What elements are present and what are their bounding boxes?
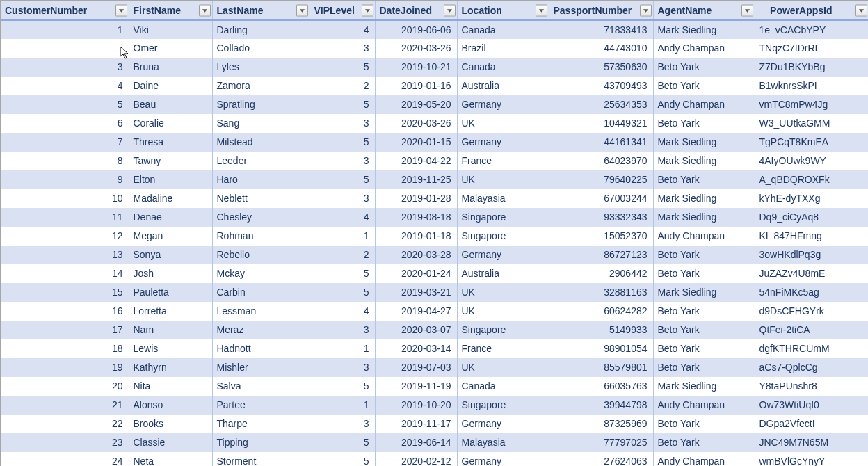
cell[interactable]: Beto Yark <box>653 114 755 133</box>
cell[interactable]: 2019-10-21 <box>375 58 457 77</box>
cell[interactable]: Haro <box>212 170 310 189</box>
cell[interactable]: Darling <box>212 20 310 39</box>
filter-dropdown-icon[interactable] <box>640 4 652 16</box>
cell[interactable]: 2019-05-20 <box>375 95 457 114</box>
cell[interactable]: Singapore <box>457 227 549 246</box>
column-header[interactable]: __PowerAppsId__ <box>755 1 868 20</box>
cell[interactable]: Rohman <box>212 227 310 246</box>
cell[interactable]: Coralie <box>129 114 212 133</box>
table-row[interactable]: OmerCollado32020-03-26Brazil44743010Andy… <box>1 39 868 58</box>
cell[interactable]: Beto Yark <box>653 58 755 77</box>
table-row[interactable]: 18LewisHadnott12020-03-14France98901054B… <box>1 339 868 358</box>
cell[interactable]: Singapore <box>457 208 549 227</box>
cell[interactable]: Sonya <box>129 246 212 264</box>
column-header[interactable]: VIPLevel <box>310 1 375 20</box>
cell[interactable]: Mark Siedling <box>653 133 755 152</box>
cell[interactable]: Mark Siedling <box>653 283 755 302</box>
table-row[interactable]: 23ClassieTipping52019-06-14Malayasia7779… <box>1 433 868 452</box>
table-row[interactable]: 1VikiDarling42019-06-06Canada71833413Mar… <box>1 20 868 39</box>
cell[interactable]: Andy Champan <box>653 95 755 114</box>
cell[interactable]: Andy Champan <box>653 39 755 58</box>
cell[interactable] <box>1 39 129 58</box>
cell[interactable]: 4 <box>1 77 129 95</box>
cell[interactable]: UK <box>457 358 549 377</box>
cell[interactable]: Brooks <box>129 415 212 433</box>
cell[interactable]: 2019-06-14 <box>375 433 457 452</box>
cell[interactable]: Collado <box>212 39 310 58</box>
cell[interactable]: Beto Yark <box>653 246 755 264</box>
cell[interactable]: 2 <box>310 246 375 264</box>
table-row[interactable]: 14JoshMckay52020-01-24Australia2906442Be… <box>1 264 868 283</box>
filter-dropdown-icon[interactable] <box>115 4 127 16</box>
cell[interactable]: 71833413 <box>549 20 653 39</box>
cell[interactable]: 3 <box>310 114 375 133</box>
cell[interactable]: 2020-03-14 <box>375 339 457 358</box>
cell[interactable]: vmTC8mPw4Jg <box>755 95 868 114</box>
cell[interactable]: Mishler <box>212 358 310 377</box>
cell[interactable]: Thresa <box>129 133 212 152</box>
cell[interactable]: Mark Siedling <box>653 377 755 396</box>
cell[interactable]: Josh <box>129 264 212 283</box>
cell[interactable]: Mark Siedling <box>653 189 755 208</box>
cell[interactable]: 2020-02-12 <box>375 452 457 467</box>
cell[interactable]: 2019-11-25 <box>375 170 457 189</box>
cell[interactable]: 2019-04-22 <box>375 152 457 170</box>
cell[interactable]: Andy Champan <box>653 227 755 246</box>
cell[interactable]: 10449321 <box>549 114 653 133</box>
cell[interactable]: 17 <box>1 321 129 339</box>
cell[interactable]: Andy Champan <box>653 396 755 415</box>
cell[interactable]: Neblett <box>212 189 310 208</box>
cell[interactable]: 93332343 <box>549 208 653 227</box>
cell[interactable]: Madaline <box>129 189 212 208</box>
cell[interactable]: 77797025 <box>549 433 653 452</box>
table-row[interactable]: 7ThresaMilstead52020-01-15Germany4416134… <box>1 133 868 152</box>
cell[interactable]: Megan <box>129 227 212 246</box>
cell[interactable]: Beau <box>129 95 212 114</box>
column-header[interactable]: FirstName <box>129 1 212 20</box>
cell[interactable]: 3 <box>310 358 375 377</box>
table-row[interactable]: 5BeauSpratling52019-05-20Germany25634353… <box>1 95 868 114</box>
table-row[interactable]: 3BrunaLyles52019-10-21Canada57350630Beto… <box>1 58 868 77</box>
cell[interactable]: 2020-03-28 <box>375 246 457 264</box>
cell[interactable]: Daine <box>129 77 212 95</box>
column-header[interactable]: LastName <box>212 1 310 20</box>
cell[interactable]: Partee <box>212 396 310 415</box>
cell[interactable]: 4 <box>310 208 375 227</box>
cell[interactable]: dgfKTHRCUmM <box>755 339 868 358</box>
cell[interactable]: 60624282 <box>549 302 653 321</box>
cell[interactable]: Beto Yark <box>653 339 755 358</box>
cell[interactable]: Andy Champan <box>653 452 755 467</box>
cell[interactable]: Viki <box>129 20 212 39</box>
cell[interactable]: Leeder <box>212 152 310 170</box>
table-row[interactable]: 11DenaeChesley42019-08-18Singapore933323… <box>1 208 868 227</box>
cell[interactable]: TgPCqT8KmEA <box>755 133 868 152</box>
cell[interactable]: W3_UUtkaGMM <box>755 114 868 133</box>
cell[interactable]: 1 <box>310 339 375 358</box>
cell[interactable]: Canada <box>457 58 549 77</box>
cell[interactable]: 5 <box>1 95 129 114</box>
cell[interactable]: 4AIyOUwk9WY <box>755 152 868 170</box>
cell[interactable]: Canada <box>457 20 549 39</box>
cell[interactable]: UK <box>457 114 549 133</box>
cell[interactable]: Lorretta <box>129 302 212 321</box>
cell[interactable]: 2020-01-15 <box>375 133 457 152</box>
cell[interactable]: 44161341 <box>549 133 653 152</box>
cell[interactable]: Storment <box>212 452 310 467</box>
cell[interactable]: 3 <box>310 321 375 339</box>
cell[interactable]: 10 <box>1 189 129 208</box>
cell[interactable]: 39944798 <box>549 396 653 415</box>
cell[interactable]: Germany <box>457 415 549 433</box>
cell[interactable]: Australia <box>457 77 549 95</box>
table-row[interactable]: 16LorrettaLessman42019-04-27UK60624282Be… <box>1 302 868 321</box>
cell[interactable]: Malayasia <box>457 433 549 452</box>
table-row[interactable]: 12MeganRohman12019-01-18Singapore1505237… <box>1 227 868 246</box>
cell[interactable]: aCs7-QplcCg <box>755 358 868 377</box>
cell[interactable]: Singapore <box>457 396 549 415</box>
cell[interactable]: 22 <box>1 415 129 433</box>
table-row[interactable]: 22BrooksTharpe32019-11-17Germany87325969… <box>1 415 868 433</box>
cell[interactable]: Nam <box>129 321 212 339</box>
cell[interactable]: kYhE-dyTXXg <box>755 189 868 208</box>
cell[interactable]: 64023970 <box>549 152 653 170</box>
cell[interactable]: JNC49M7N65M <box>755 433 868 452</box>
cell[interactable]: 2019-10-20 <box>375 396 457 415</box>
